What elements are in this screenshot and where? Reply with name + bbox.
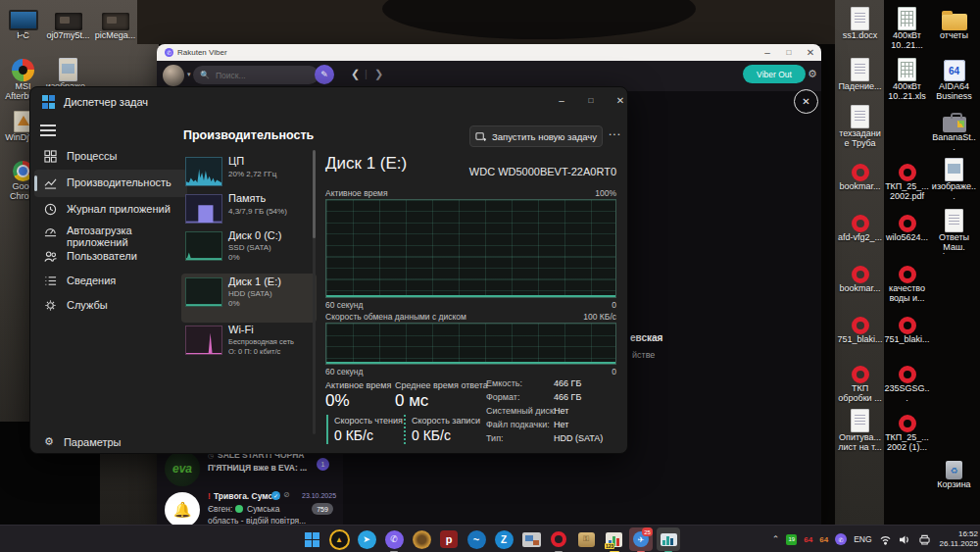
desktop-icon-oj07[interactable]: oj07my5t...	[45, 4, 91, 40]
notification-badge: 25	[642, 527, 653, 536]
desktop-icon-opituva[interactable]: Опитува... лист на т...	[837, 406, 883, 452]
viber-out-button[interactable]: Viber Out	[743, 65, 806, 83]
task-manager-window: Диспетчер задач – □ ✕ Процессы Производи…	[29, 86, 628, 454]
taskbar-z-app[interactable]: Z	[492, 527, 515, 551]
desktop-icon-tkp25-2002-1[interactable]: ТКП_25_... 2002 (1)...	[884, 406, 930, 452]
forward-arrow-icon[interactable]: ❯	[374, 68, 383, 80]
task-manager-icon	[661, 533, 677, 546]
sidebar-item-label: Процессы	[67, 150, 117, 162]
volume-icon[interactable]	[899, 534, 911, 545]
minimize-icon[interactable]: –	[548, 90, 575, 110]
desktop-icon-400kvt-2[interactable]: 400кВт 10..21.xls	[884, 55, 930, 101]
perf-item-title[interactable]: Диск 1 (E:)	[228, 276, 281, 287]
perf-item-title[interactable]: Диск 0 (C:)	[228, 229, 281, 241]
desktop-icon-otchety[interactable]: отчеты	[931, 4, 977, 40]
start-button[interactable]	[300, 527, 323, 551]
desktop-icon-recycle-bin[interactable]: ♻ Корзина	[931, 453, 977, 489]
close-icon[interactable]: ✕	[607, 90, 634, 110]
desktop-icon-bananast[interactable]: BananaSt...	[931, 106, 977, 152]
sidebar-item-services[interactable]: Службы	[36, 295, 185, 316]
taskbar-aida64[interactable]: ▲	[327, 527, 351, 551]
avatar[interactable]	[163, 65, 184, 86]
desktop-icon-tehzadanie[interactable]: техзадание Труба эк...	[837, 102, 883, 150]
language-indicator[interactable]: ENG	[854, 534, 871, 544]
desktop-icon-aida64[interactable]: 64 AIDA64 Business	[931, 55, 977, 101]
desktop-icon-label: bookmar...	[837, 283, 883, 293]
desktop-icon-kachestvo-vody[interactable]: качество воды и...	[884, 257, 930, 303]
taskbar-photos[interactable]	[519, 527, 543, 551]
desktop-icon-picmega[interactable]: picMega...	[92, 4, 138, 40]
close-icon[interactable]: ✕	[800, 43, 821, 63]
opera-file-icon	[884, 257, 930, 283]
perf-item-title[interactable]: ЦП	[228, 155, 244, 167]
desktop-icon-wilo5624[interactable]: wilo5624...	[884, 206, 930, 242]
desktop-icon-bookmar-1[interactable]: bookmar...	[837, 155, 883, 191]
desktop-icon-pc[interactable]: PC	[0, 4, 46, 40]
more-options-icon[interactable]: ...	[609, 125, 621, 138]
tray-aida-red[interactable]: 64	[804, 535, 812, 544]
sidebar-item-details[interactable]: Сведения	[36, 271, 185, 291]
taskbar-compass-app[interactable]	[410, 527, 433, 551]
desktop-icon-label: Корзина	[931, 479, 977, 489]
opera-file-icon	[884, 206, 930, 232]
clock[interactable]: 16:52 26.11.2025	[940, 529, 978, 549]
tray-green-badge[interactable]: 19	[786, 534, 797, 545]
desktop-icon-751-blaki-2[interactable]: 751_blaki...	[884, 308, 930, 344]
chevron-down-icon[interactable]: ▾	[187, 71, 191, 78]
sidebar-item-performance[interactable]: Производительность	[36, 173, 185, 193]
wifi-mini-chart	[185, 326, 222, 355]
maximize-icon[interactable]: □	[577, 90, 605, 110]
desktop-icon-235sgsg[interactable]: 235SGSG...	[884, 357, 930, 403]
printer-icon[interactable]	[918, 534, 931, 545]
tray-time: 16:52	[940, 529, 978, 539]
desktop-icon-label: 400кВт 10..21...	[884, 30, 930, 50]
sidebar-item-app-history[interactable]: Журнал приложений	[36, 199, 185, 220]
desktop-icon-400kvt-1[interactable]: 400кВт 10..21...	[884, 4, 930, 50]
chat-list-item-tryvoga[interactable]: 🔔 ! Тривога. Сумс... ✓ ⊘ 23.10.2025 Євге…	[157, 488, 343, 525]
taskbar-opera[interactable]	[547, 527, 570, 551]
sidebar-item-settings[interactable]: ⚙ Параметры	[36, 432, 185, 452]
back-arrow-icon[interactable]: ❮	[351, 68, 360, 80]
taskbar-openoffice[interactable]: ~	[465, 527, 488, 551]
sidebar-item-processes[interactable]: Процессы	[36, 146, 185, 167]
maximize-icon[interactable]: □	[778, 43, 800, 63]
desktop-icon-bookmar-2[interactable]: bookmar...	[837, 257, 883, 293]
run-new-task-button[interactable]: Запустить новую задачу	[469, 125, 603, 147]
tray-viber-icon[interactable]: ✆	[835, 533, 847, 545]
desktop-icon-izobrazhe-2[interactable]: изображе...	[931, 155, 977, 201]
taskbar-viber-chat-active[interactable]: ✈ 25	[629, 527, 653, 551]
prop-value: HDD (SATA)	[554, 433, 603, 443]
viber-window-title: Rakuten Viber	[177, 48, 227, 57]
desktop-icon-tkp25-pdf[interactable]: ТКП_25_... 2002.pdf	[884, 155, 930, 201]
minimize-icon[interactable]: –	[757, 43, 778, 63]
perf-item-title[interactable]: Wi-Fi	[228, 324, 254, 335]
gear-icon[interactable]: ⚙	[808, 68, 817, 80]
search-input[interactable]	[214, 70, 312, 81]
desktop-icon-otvety-mash[interactable]: Ответы Маш.(one...	[931, 206, 977, 254]
tray-chevron-up-icon[interactable]: ⌃	[772, 534, 780, 544]
perf-item-sub: HDD (SATA)	[228, 289, 272, 298]
taskbar-p-app[interactable]: p	[437, 527, 461, 551]
wifi-icon[interactable]	[879, 534, 892, 545]
perf-item-title[interactable]: Память	[228, 192, 266, 204]
desktop-icon-afd-vfg2[interactable]: afd-vfg2_...	[837, 206, 883, 242]
desktop-icon-751-blaki-1[interactable]: 751_blaki...	[837, 308, 883, 344]
tray-aida-orange[interactable]: 64	[819, 535, 828, 544]
taskbar-task-manager-active[interactable]	[657, 527, 680, 551]
desktop-icon-tkp-obrobki[interactable]: ТКП обробки ...	[837, 357, 883, 403]
opera-file-icon	[884, 155, 930, 181]
hamburger-menu-icon[interactable]	[40, 125, 56, 136]
search-box[interactable]: 🔍	[193, 66, 318, 84]
desktop-icon-padenie[interactable]: Падение...	[837, 55, 883, 91]
viber-titlebar[interactable]: ✆ Rakuten Viber – □ ✕	[157, 44, 821, 61]
desktop-icon-ss1-docx[interactable]: ss1.docx	[837, 4, 883, 40]
taskbar-viber[interactable]: ✆	[382, 527, 406, 551]
taskbar-keys-app[interactable]: ⚿	[574, 527, 598, 551]
taskbar-calculator[interactable]: 123	[602, 527, 625, 551]
scrollbar-thumb[interactable]	[313, 150, 316, 238]
taskbar-telegram[interactable]: ➤	[355, 527, 378, 551]
banner-close-icon[interactable]: ✕	[794, 89, 818, 114]
compose-icon[interactable]: ✎	[315, 65, 334, 84]
sidebar-item-users[interactable]: Пользователи	[36, 246, 185, 267]
excel-file-icon	[884, 4, 930, 30]
